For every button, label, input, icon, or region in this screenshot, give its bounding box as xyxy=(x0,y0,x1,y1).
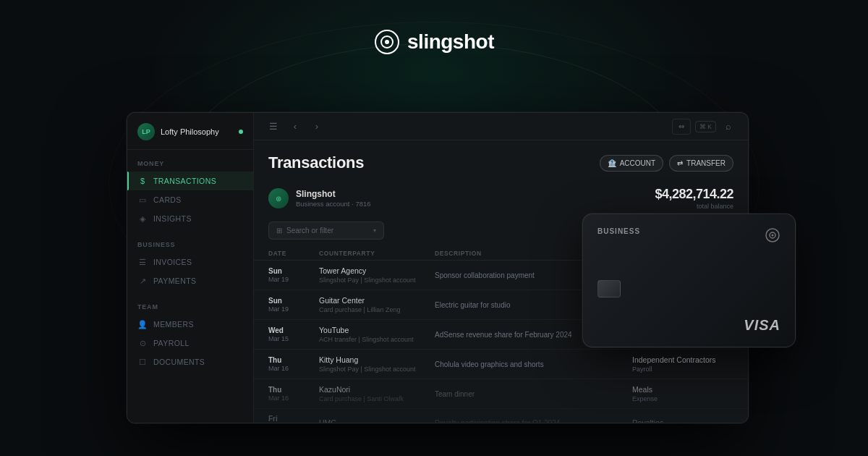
keyboard-shortcut-hint: ⌘ K xyxy=(695,121,716,132)
payments-label: PAYMENTS xyxy=(153,276,196,285)
sidebar-item-transactions[interactable]: $ TRANSACTIONS xyxy=(127,172,253,190)
table-row[interactable]: Fri Mar 15 UMG Royalty participation sha… xyxy=(254,409,748,423)
members-label: MEMBERS xyxy=(153,320,194,329)
invoices-icon: ☰ xyxy=(137,257,148,267)
cat-5: Royalties xyxy=(632,418,733,423)
name-4: KazuNori xyxy=(319,385,435,394)
desc-4: Team dinner xyxy=(435,390,632,398)
cell-date-1: Sun Mar 19 xyxy=(268,297,319,313)
logo-area: slingshot xyxy=(374,29,494,55)
cell-date-5: Fri Mar 15 xyxy=(268,415,319,423)
sidebar-item-insights[interactable]: ◈ INSIGHTS xyxy=(127,209,253,228)
balance-label: total balance xyxy=(655,203,733,210)
date-2: Mar 15 xyxy=(268,335,319,342)
company-avatar: LP xyxy=(137,123,155,140)
transactions-label: TRANSACTIONS xyxy=(153,177,216,185)
filter-chevron-icon: ▾ xyxy=(373,227,376,234)
cell-cat-3: Independent Contractors Payroll xyxy=(632,355,733,373)
cattype-3: Payroll xyxy=(632,366,733,373)
sidebar-header: LP Lofty Philosophy xyxy=(127,113,253,150)
kbd-cmd: ⌘ xyxy=(699,123,706,130)
account-logo-icon: ⊛ xyxy=(268,188,289,208)
account-details: Slingshot Business account · 7816 xyxy=(296,189,371,208)
insights-label: INSIGHTS xyxy=(153,214,192,223)
account-button[interactable]: 🏦 ACCOUNT xyxy=(600,155,663,172)
payroll-label: PAYROLL xyxy=(153,339,190,347)
payments-icon: ↗ xyxy=(137,276,148,286)
day-2: Wed xyxy=(268,326,319,334)
sidebar-item-cards[interactable]: ▭ Cards xyxy=(127,190,253,209)
cell-party-5: UMG xyxy=(319,418,435,423)
cell-party-2: YouTube ACH transfer | Slingshot account xyxy=(319,326,435,343)
transfer-icon: ⇄ xyxy=(677,159,683,167)
expand-button[interactable]: ⇔ xyxy=(672,119,691,135)
cat-4: Meals xyxy=(632,385,733,394)
cell-party-4: KazuNori Card purchase | Santi Olwafk xyxy=(319,385,435,402)
sidebar-item-invoices[interactable]: ☰ INVOICES xyxy=(127,253,253,271)
sub-0: Slingshot Pay | Slingshot account xyxy=(319,276,435,284)
balance-amount: $4,282,714.22 xyxy=(655,187,733,202)
toolbar-right: ⇔ ⌘ K ⌕ xyxy=(672,119,736,135)
card-type-label: BUSINESS xyxy=(597,227,640,235)
cell-party-1: Guitar Center Card purchase | Lillian Ze… xyxy=(319,296,435,313)
sub-3: Slingshot Pay | Slingshot account xyxy=(319,366,435,373)
day-4: Thu xyxy=(268,386,319,394)
name-3: Kitty Huang xyxy=(319,355,435,364)
sidebar-toggle-button[interactable]: ☰ xyxy=(265,119,281,135)
sidebar-business-section: BUSINESS ☰ INVOICES ↗ PAYMENTS xyxy=(127,231,253,293)
insights-icon: ◈ xyxy=(137,214,148,224)
sidebar-money-label: MONEY xyxy=(127,160,253,172)
header-actions: 🏦 ACCOUNT ⇄ TRANSFER xyxy=(600,155,733,172)
sidebar-team-section: TEAM 👤 MEMBERS ⊙ PAYROLL ☐ DOCUMENTS xyxy=(127,293,253,374)
svg-point-5 xyxy=(772,235,774,237)
filter-select[interactable]: ⊞ Search or filter ▾ xyxy=(268,221,384,240)
sub-4: Card purchase | Santi Olwafk xyxy=(319,395,435,402)
cell-cat-5: Royalties xyxy=(632,418,733,423)
floating-credit-card: BUSINESS VISA xyxy=(582,214,796,347)
sub-1: Card purchase | Lillian Zeng xyxy=(319,306,435,313)
sub-2: ACH transfer | Slingshot account xyxy=(319,336,435,343)
table-row[interactable]: Thu Mar 16 KazuNori Card purchase | Sant… xyxy=(254,379,748,409)
cell-party-3: Kitty Huang Slingshot Pay | Slingshot ac… xyxy=(319,355,435,373)
logo-text: slingshot xyxy=(407,30,494,54)
back-button[interactable]: ‹ xyxy=(287,119,303,135)
table-row[interactable]: Thu Mar 16 Kitty Huang Slingshot Pay | S… xyxy=(254,350,748,379)
sidebar-item-documents[interactable]: ☐ DOCUMENTS xyxy=(127,352,253,371)
transfer-button[interactable]: ⇄ TRANSFER xyxy=(669,155,733,172)
day-0: Sun xyxy=(268,267,319,275)
balance-area: $4,282,714.22 total balance xyxy=(655,187,733,210)
card-brand-icon xyxy=(765,227,780,243)
documents-label: DOCUMENTS xyxy=(153,358,205,366)
date-1: Mar 19 xyxy=(268,305,319,313)
sidebar-business-label: BUSINESS xyxy=(127,241,253,253)
card-chip xyxy=(597,280,621,297)
desc-3: Cholula video graphics and shorts xyxy=(435,360,632,368)
payroll-icon: ⊙ xyxy=(137,338,148,348)
name-5: UMG xyxy=(319,418,435,423)
date-4: Mar 16 xyxy=(268,394,319,402)
company-name: Lofty Philosophy xyxy=(161,127,219,136)
documents-icon: ☐ xyxy=(137,357,148,367)
toolbar: ☰ ‹ › ⇔ ⌘ K ⌕ xyxy=(254,113,748,140)
cell-date-2: Wed Mar 15 xyxy=(268,326,319,342)
cell-party-0: Tower Agency Slingshot Pay | Slingshot a… xyxy=(319,266,435,284)
day-3: Thu xyxy=(268,356,319,364)
company-status-dot xyxy=(239,130,243,134)
sidebar-item-members[interactable]: 👤 MEMBERS xyxy=(127,315,253,334)
date-0: Mar 19 xyxy=(268,276,319,283)
forward-button[interactable]: › xyxy=(309,119,325,135)
cattype-4: Expense xyxy=(632,395,733,402)
name-1: Guitar Center xyxy=(319,296,435,305)
slingshot-logo-icon xyxy=(374,29,400,55)
filter-icon: ⊞ xyxy=(276,227,282,235)
sidebar-money-section: MONEY $ TRANSACTIONS ▭ Cards ◈ INSIGHTS xyxy=(127,150,253,231)
date-3: Mar 16 xyxy=(268,365,319,372)
card-bottom: VISA xyxy=(597,317,780,334)
desc-5: Royalty participation share for Q1 2024 xyxy=(435,419,632,423)
kbd-k: K xyxy=(707,123,712,130)
sidebar: LP Lofty Philosophy MONEY $ TRANSACTIONS… xyxy=(127,113,254,423)
sidebar-item-payments[interactable]: ↗ PAYMENTS xyxy=(127,271,253,290)
sidebar-item-payroll[interactable]: ⊙ PAYROLL xyxy=(127,334,253,352)
search-button[interactable]: ⌕ xyxy=(720,119,736,135)
invoices-label: INVOICES xyxy=(153,258,192,266)
